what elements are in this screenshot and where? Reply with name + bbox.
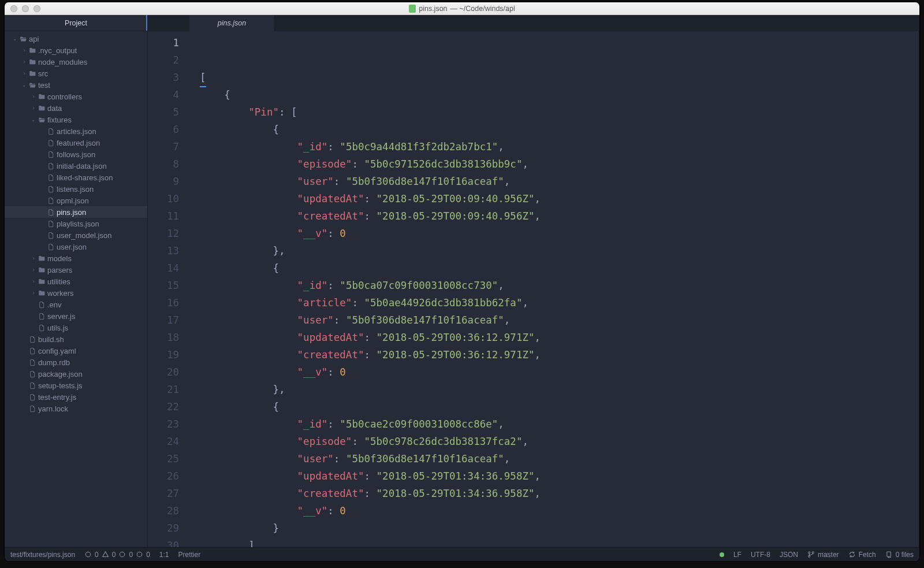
chevron-down-icon[interactable]: ⌄ — [30, 117, 37, 122]
code-line[interactable]: "createdAt": "2018-05-29T01:34:36.958Z", — [200, 485, 919, 502]
code-line[interactable]: "createdAt": "2018-05-29T00:36:12.971Z", — [200, 346, 919, 363]
minimize-window-icon[interactable] — [22, 5, 29, 12]
status-cursor[interactable]: 1:1 — [159, 551, 169, 559]
code-line[interactable]: "__v": 0 — [200, 363, 919, 381]
code-line[interactable]: }, — [200, 381, 919, 398]
tree-item-user-json[interactable]: user.json — [5, 241, 147, 253]
status-diagnostics[interactable]: 0 0 0 0 — [84, 551, 150, 559]
line-number[interactable]: 15 — [148, 277, 179, 294]
tree-item-test[interactable]: ⌄test — [5, 79, 147, 91]
line-number[interactable]: 23 — [148, 415, 179, 433]
tree-item-parsers[interactable]: ›parsers — [5, 264, 147, 276]
code-line[interactable]: "_id": "5b0ca07c09f00031008cc730", — [200, 277, 919, 294]
tree-item-config-yaml[interactable]: config.yaml — [5, 345, 147, 357]
window-controls[interactable] — [10, 5, 40, 12]
line-number[interactable]: 14 — [148, 259, 179, 277]
line-number[interactable]: 18 — [148, 329, 179, 346]
status-clean-indicator[interactable] — [720, 552, 724, 557]
tree-item-utils-js[interactable]: utils.js — [5, 322, 147, 333]
line-number[interactable]: 19 — [148, 346, 179, 363]
chevron-right-icon[interactable]: › — [30, 105, 37, 111]
status-fetch[interactable]: Fetch — [848, 551, 876, 559]
code-line[interactable]: { — [200, 86, 919, 103]
tree-item-test-entry-js[interactable]: test-entry.js — [5, 391, 147, 403]
line-number[interactable]: 11 — [148, 207, 179, 225]
code-line[interactable]: "updatedAt": "2018-05-29T01:34:36.958Z", — [200, 467, 919, 485]
line-number[interactable]: 8 — [148, 155, 179, 173]
line-number[interactable]: 24 — [148, 433, 179, 450]
line-number[interactable]: 20 — [148, 363, 179, 381]
code-line[interactable]: ] — [200, 537, 919, 547]
code-line[interactable]: "__v": 0 — [200, 225, 919, 242]
chevron-right-icon[interactable]: › — [30, 290, 37, 296]
code-line[interactable]: "updatedAt": "2018-05-29T00:09:40.956Z", — [200, 190, 919, 207]
line-number[interactable]: 22 — [148, 398, 179, 415]
tree-item-featured-json[interactable]: featured.json — [5, 137, 147, 149]
line-number[interactable]: 16 — [148, 294, 179, 311]
code-line[interactable]: "episode": "5b0c978c26dc3db38137fca2", — [200, 433, 919, 450]
tree-item-liked-shares-json[interactable]: liked-shares.json — [5, 172, 147, 183]
code-line[interactable]: "__v": 0 — [200, 502, 919, 519]
tree-item-api[interactable]: ⌄api — [5, 33, 147, 44]
chevron-right-icon[interactable]: › — [21, 70, 28, 76]
status-formatter[interactable]: Prettier — [178, 551, 201, 559]
tree-item-listens-json[interactable]: listens.json — [5, 183, 147, 195]
status-lang[interactable]: JSON — [780, 551, 798, 559]
line-number[interactable]: 27 — [148, 485, 179, 502]
tree-item-controllers[interactable]: ›controllers — [5, 91, 147, 102]
tree-item--nyc-output[interactable]: ›.nyc_output — [5, 44, 147, 56]
file-tree[interactable]: ⌄api›.nyc_output›node_modules›src⌄test›c… — [5, 31, 147, 547]
code-line[interactable]: "updatedAt": "2018-05-29T00:36:12.971Z", — [200, 329, 919, 346]
line-number[interactable]: 12 — [148, 225, 179, 242]
tree-item-node-modules[interactable]: ›node_modules — [5, 56, 147, 68]
zoom-window-icon[interactable] — [33, 5, 40, 12]
code-line[interactable]: }, — [200, 242, 919, 259]
tree-item-src[interactable]: ›src — [5, 68, 147, 79]
tree-item-follows-json[interactable]: follows.json — [5, 149, 147, 160]
tab-pins-json[interactable]: pins.json — [189, 15, 275, 31]
code-area[interactable]: [ { "Pin": [ { "_id": "5b0c9a44d81f3f2db… — [189, 31, 919, 547]
status-path[interactable]: test/fixtures/pins.json — [10, 551, 75, 559]
tree-item-server-js[interactable]: server.js — [5, 310, 147, 322]
tree-item-user-model-json[interactable]: user_model.json — [5, 229, 147, 241]
line-number[interactable]: 10 — [148, 190, 179, 207]
code-line[interactable]: "user": "5b0f306d8e147f10f16aceaf", — [200, 450, 919, 467]
line-number[interactable]: 2 — [148, 51, 179, 69]
tree-item-yarn-lock[interactable]: yarn.lock — [5, 403, 147, 414]
code-line[interactable]: { — [200, 121, 919, 138]
tab-bar[interactable]: pins.json — [148, 15, 919, 31]
editor[interactable]: 1234567891011121314151617181920212223242… — [148, 31, 919, 547]
tree-item-setup-tests-js[interactable]: setup-tests.js — [5, 380, 147, 391]
tree-item-dump-rdb[interactable]: dump.rdb — [5, 357, 147, 368]
code-line[interactable]: { — [200, 259, 919, 277]
line-number[interactable]: 21 — [148, 381, 179, 398]
line-number[interactable]: 4 — [148, 86, 179, 103]
code-line[interactable]: "user": "5b0f306d8e147f10f16aceaf", — [200, 311, 919, 329]
tree-item-build-sh[interactable]: build.sh — [5, 333, 147, 345]
line-number[interactable]: 17 — [148, 311, 179, 329]
chevron-right-icon[interactable]: › — [30, 279, 37, 284]
code-line[interactable]: { — [200, 398, 919, 415]
tree-item-playlists-json[interactable]: playlists.json — [5, 218, 147, 229]
chevron-right-icon[interactable]: › — [30, 267, 37, 273]
line-number-gutter[interactable]: 1234567891011121314151617181920212223242… — [148, 31, 189, 547]
titlebar[interactable]: pins.json — ~/Code/winds/api — [5, 2, 919, 15]
line-number[interactable]: 3 — [148, 69, 179, 86]
status-encoding[interactable]: UTF-8 — [751, 551, 770, 559]
tree-item-pins-json[interactable]: pins.json — [5, 206, 147, 218]
tree-item-workers[interactable]: ›workers — [5, 287, 147, 299]
code-line[interactable]: "createdAt": "2018-05-29T00:09:40.956Z", — [200, 207, 919, 225]
line-number[interactable]: 6 — [148, 121, 179, 138]
close-window-icon[interactable] — [10, 5, 17, 12]
status-eol[interactable]: LF — [733, 551, 742, 559]
status-branch[interactable]: master — [807, 551, 839, 559]
line-number[interactable]: 5 — [148, 103, 179, 121]
tree-item-opml-json[interactable]: opml.json — [5, 195, 147, 206]
code-line[interactable]: "user": "5b0f306d8e147f10f16aceaf", — [200, 173, 919, 190]
tree-item-data[interactable]: ›data — [5, 102, 147, 114]
code-line[interactable]: "Pin": [ — [200, 103, 919, 121]
code-line[interactable]: [ — [200, 69, 919, 86]
chevron-right-icon[interactable]: › — [30, 94, 37, 99]
sidebar-tab-project[interactable]: Project — [5, 15, 147, 31]
chevron-down-icon[interactable]: ⌄ — [21, 82, 28, 88]
